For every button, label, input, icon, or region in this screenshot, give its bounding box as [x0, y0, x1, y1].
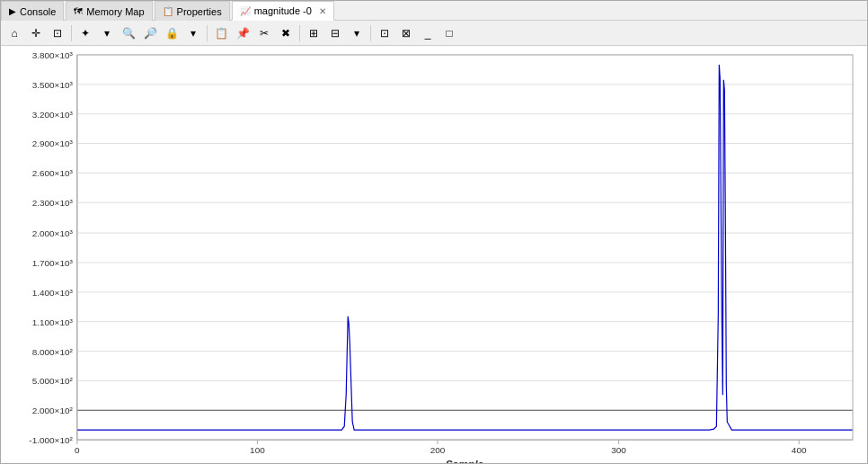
toolbar-add-btn[interactable]: ✦ — [75, 23, 95, 43]
toolbar-minimize-btn[interactable]: _ — [418, 23, 438, 43]
svg-text:2.900×10³: 2.900×10³ — [32, 139, 74, 149]
svg-text:300: 300 — [611, 445, 626, 455]
svg-text:200: 200 — [430, 445, 446, 455]
main-window: ▶ Console 🗺 Memory Map 📋 Properties 📈 ma… — [0, 0, 868, 464]
toolbar-dropdown-btn[interactable]: ▾ — [97, 23, 117, 43]
toolbar-zoom-fit-btn[interactable]: ⊡ — [48, 23, 67, 43]
svg-text:100: 100 — [250, 445, 265, 455]
tab-memory-map-label: Memory Map — [86, 6, 144, 17]
toolbar-lock-dropdown-btn[interactable]: ▾ — [183, 23, 203, 43]
svg-text:2.000×10²: 2.000×10² — [32, 406, 74, 415]
toolbar-move-btn[interactable]: ✛ — [26, 23, 46, 43]
magnitude-icon: 📈 — [240, 6, 251, 16]
svg-text:2.300×10³: 2.300×10³ — [32, 198, 74, 208]
toolbar-sep-1 — [71, 25, 72, 41]
toolbar-delete-btn[interactable]: ✖ — [276, 23, 296, 43]
tab-console[interactable]: ▶ Console — [1, 1, 64, 21]
svg-text:0: 0 — [75, 445, 80, 455]
toolbar-sep-4 — [370, 25, 371, 41]
svg-text:400: 400 — [792, 445, 807, 455]
svg-text:1.400×10³: 1.400×10³ — [32, 288, 74, 298]
tab-magnitude[interactable]: 📈 magnitude -0 ✕ — [232, 1, 334, 21]
tab-properties-label: Properties — [177, 6, 222, 17]
svg-text:2.000×10³: 2.000×10³ — [32, 228, 74, 238]
svg-text:3.200×10³: 3.200×10³ — [32, 110, 74, 120]
chart-svg: -1.000×10² 2.000×10² 5.000×10² 8.000×10²… — [1, 46, 867, 463]
svg-text:8.000×10²: 8.000×10² — [32, 347, 74, 357]
toolbar-maximize-btn[interactable]: □ — [439, 23, 459, 43]
chart-area: -1.000×10² 2.000×10² 5.000×10² 8.000×10²… — [1, 46, 867, 463]
toolbar-sep-3 — [299, 25, 300, 41]
tab-magnitude-close[interactable]: ✕ — [319, 6, 326, 16]
toolbar-grid-btn[interactable]: ⊞ — [304, 23, 323, 43]
tab-properties[interactable]: 📋 Properties — [155, 1, 230, 21]
tab-console-label: Console — [20, 6, 56, 17]
toolbar-zoomin-btn[interactable]: 🔍 — [119, 23, 138, 43]
svg-text:3.500×10³: 3.500×10³ — [32, 80, 74, 90]
toolbar-signal-btn[interactable]: ▾ — [347, 23, 367, 43]
toolbar-cut-btn[interactable]: ✂ — [254, 23, 274, 43]
svg-text:-1.000×10²: -1.000×10² — [29, 435, 73, 445]
toolbar-copy-btn[interactable]: 📋 — [211, 23, 231, 43]
console-icon: ▶ — [9, 6, 16, 16]
tab-bar: ▶ Console 🗺 Memory Map 📋 Properties 📈 ma… — [1, 1, 867, 21]
svg-text:1.700×10³: 1.700×10³ — [32, 258, 74, 268]
memory-map-icon: 🗺 — [74, 6, 83, 16]
toolbar-paste-btn[interactable]: 📌 — [233, 23, 252, 43]
svg-text:1.100×10³: 1.100×10³ — [32, 317, 74, 327]
svg-rect-0 — [1, 46, 867, 463]
svg-text:3.800×10³: 3.800×10³ — [32, 50, 74, 60]
toolbar-zoomout-btn[interactable]: 🔎 — [140, 23, 160, 43]
svg-text:5.000×10²: 5.000×10² — [32, 376, 74, 386]
toolbar-sep-2 — [207, 25, 208, 41]
tab-magnitude-label: magnitude -0 — [254, 5, 312, 16]
toolbar-home-btn[interactable]: ⌂ — [4, 23, 24, 43]
toolbar-panel2-btn[interactable]: ⊠ — [396, 23, 416, 43]
svg-text:2.600×10³: 2.600×10³ — [32, 168, 74, 178]
toolbar: ⌂ ✛ ⊡ ✦ ▾ 🔍 🔎 🔒 ▾ 📋 📌 ✂ ✖ ⊞ ⊟ ▾ ⊡ ⊠ _ □ — [1, 21, 867, 46]
toolbar-panel-btn[interactable]: ⊡ — [375, 23, 394, 43]
svg-text:Sample: Sample — [446, 459, 484, 463]
toolbar-lock-btn[interactable]: 🔒 — [162, 23, 182, 43]
tab-memory-map[interactable]: 🗺 Memory Map — [66, 1, 152, 21]
toolbar-grid2-btn[interactable]: ⊟ — [325, 23, 345, 43]
properties-icon: 📋 — [163, 6, 173, 16]
